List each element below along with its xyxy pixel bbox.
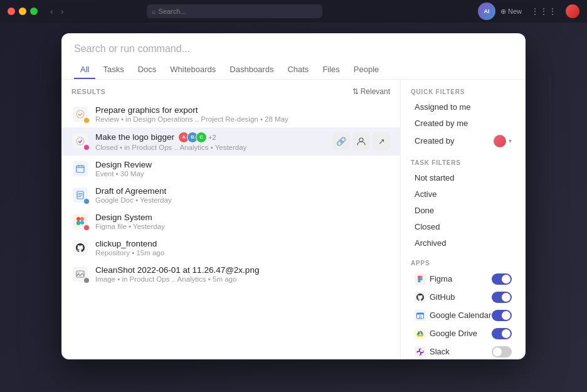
color-dot xyxy=(84,199,89,204)
result-item[interactable]: Design Review Event • 30 May xyxy=(61,156,400,182)
svg-rect-8 xyxy=(80,217,84,221)
apps-section: APPS Figma xyxy=(411,260,516,359)
filter-figma[interactable]: Figma xyxy=(411,270,516,288)
tab-all[interactable]: All xyxy=(74,61,95,79)
result-item[interactable]: CleanShot 2022-06-01 at 11.26.47@2x.png … xyxy=(61,261,400,287)
tab-dashboards[interactable]: Dashboards xyxy=(223,61,280,79)
filter-item-left: 31 Google Calendar xyxy=(415,310,491,321)
github-app-icon xyxy=(415,292,426,303)
filter-github[interactable]: GitHub xyxy=(411,289,516,306)
result-icon xyxy=(71,239,89,257)
link-action-button[interactable]: 🔗 xyxy=(332,132,350,150)
filter-item-left: GitHub xyxy=(415,292,455,303)
svg-rect-27 xyxy=(417,352,418,353)
tab-docs[interactable]: Docs xyxy=(132,61,163,79)
filter-label: Created by xyxy=(415,136,455,146)
svg-rect-21 xyxy=(417,313,424,315)
filter-item-left: Google Drive xyxy=(415,328,477,339)
filter-slack[interactable]: Slack xyxy=(411,343,516,359)
tab-tasks[interactable]: Tasks xyxy=(97,61,130,79)
chevron-down-icon: ▾ xyxy=(509,137,512,144)
github-icon xyxy=(73,240,88,255)
result-meta: Repository • 15m ago xyxy=(95,249,390,257)
title-text: Make the logo bigger xyxy=(95,132,174,142)
filter-active[interactable]: Active xyxy=(411,186,516,202)
tab-chats[interactable]: Chats xyxy=(281,61,315,79)
result-meta: Event • 30 May xyxy=(95,170,390,177)
avatar-stack: A B C +2 xyxy=(178,132,216,143)
calendar-icon xyxy=(73,161,88,176)
sort-button[interactable]: ⇅ Relevant xyxy=(352,87,390,96)
svg-rect-28 xyxy=(423,351,424,352)
result-title: Design System xyxy=(95,213,390,222)
color-dot xyxy=(84,145,89,150)
result-item[interactable]: Make the logo bigger A B C +2 Closed • i… xyxy=(61,127,400,156)
github-toggle[interactable] xyxy=(492,292,512,303)
sort-label: Relevant xyxy=(361,87,390,96)
result-item[interactable]: Draft of Agreement Google Doc • Yesterda… xyxy=(61,182,400,208)
result-title: Draft of Agreement xyxy=(95,186,390,196)
result-content: Make the logo bigger A B C +2 Closed • i… xyxy=(95,132,326,151)
svg-point-18 xyxy=(420,277,423,280)
slack-toggle[interactable] xyxy=(492,346,512,358)
svg-point-0 xyxy=(77,110,84,118)
app-label: Google Drive xyxy=(430,329,477,338)
result-item[interactable]: clickup_frontend Repository • 15m ago xyxy=(61,235,400,261)
app-label: Google Calendar xyxy=(430,310,491,320)
filter-assigned-to-me[interactable]: Assigned to me xyxy=(411,99,516,115)
open-action-button[interactable]: ↗ xyxy=(373,132,390,150)
command-search-input[interactable] xyxy=(74,43,513,55)
result-content: Design System Figma file • Yesterday xyxy=(95,213,390,230)
result-meta: Closed • in Product Ops .. Analytics • Y… xyxy=(95,144,326,151)
filter-label: Done xyxy=(415,206,434,215)
result-icon xyxy=(71,132,89,150)
svg-text:31: 31 xyxy=(418,315,422,318)
result-title: Prepare graphics for export xyxy=(95,105,390,115)
filter-label: Archived xyxy=(415,238,447,248)
modal-search-area xyxy=(61,33,526,55)
app-label: Figma xyxy=(430,274,452,283)
svg-point-1 xyxy=(77,137,84,145)
gdrive-toggle[interactable] xyxy=(492,328,512,339)
tab-people[interactable]: People xyxy=(347,61,385,79)
result-icon xyxy=(71,265,89,283)
filter-created-by[interactable]: Created by ▾ xyxy=(411,132,516,151)
color-dot xyxy=(84,225,89,230)
filter-archived[interactable]: Archived xyxy=(411,235,516,251)
result-item[interactable]: Prepare graphics for export Review • in … xyxy=(61,101,400,127)
tab-files[interactable]: Files xyxy=(316,61,346,79)
result-icon xyxy=(71,160,89,177)
svg-point-11 xyxy=(80,221,84,225)
search-modal: All Tasks Docs Whiteboards Dashboards Ch… xyxy=(61,33,526,359)
result-meta: Figma file • Yesterday xyxy=(95,223,390,230)
svg-rect-26 xyxy=(420,352,423,353)
figma-toggle[interactable] xyxy=(492,273,512,285)
result-title: clickup_frontend xyxy=(95,239,390,248)
filter-not-started[interactable]: Not started xyxy=(411,170,516,186)
filter-closed[interactable]: Closed xyxy=(411,219,516,235)
assign-action-button[interactable] xyxy=(352,132,370,150)
results-label: RESULTS xyxy=(71,88,105,95)
svg-rect-3 xyxy=(77,166,84,172)
figma-app-icon xyxy=(415,273,426,285)
result-item[interactable]: Design System Figma file • Yesterday xyxy=(61,208,400,235)
svg-point-2 xyxy=(359,138,363,142)
filter-created-by-me[interactable]: Created by me xyxy=(411,115,516,131)
result-content: CleanShot 2022-06-01 at 11.26.47@2x.png … xyxy=(95,265,390,283)
filter-google-calendar[interactable]: 31 Google Calendar xyxy=(411,307,516,324)
svg-rect-30 xyxy=(420,348,421,349)
results-panel: RESULTS ⇅ Relevant Prepare xyxy=(61,80,400,359)
svg-rect-4 xyxy=(78,165,79,167)
filter-google-drive[interactable]: Google Drive xyxy=(411,325,516,342)
filter-done[interactable]: Done xyxy=(411,203,516,218)
tab-whiteboards[interactable]: Whiteboards xyxy=(164,61,222,79)
filter-label: Closed xyxy=(415,222,440,231)
modal-tabs: All Tasks Docs Whiteboards Dashboards Ch… xyxy=(61,55,526,80)
result-title: Make the logo bigger A B C +2 xyxy=(95,132,326,143)
result-icon xyxy=(71,186,89,204)
gcal-toggle[interactable] xyxy=(492,310,512,321)
task-filters-section: TASK FILTERS Not started Active Done Clo… xyxy=(411,159,516,251)
svg-rect-24 xyxy=(417,351,420,352)
result-content: clickup_frontend Repository • 15m ago xyxy=(95,239,390,257)
filter-label: Created by me xyxy=(415,119,468,128)
